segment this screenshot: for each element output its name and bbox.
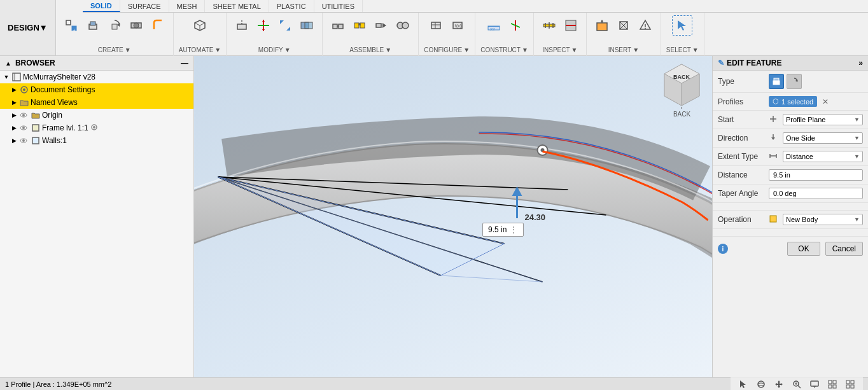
direction-icon (769, 133, 778, 144)
ok-button[interactable]: OK (787, 242, 820, 256)
nav-grid[interactable] (825, 377, 840, 391)
eye-origin[interactable] (19, 111, 28, 120)
expand-frame[interactable]: ▶ (10, 124, 18, 132)
construct-icon-2[interactable] (505, 15, 526, 36)
tab-sheet-metal[interactable]: SHEET METAL (205, 0, 269, 12)
expand-doc[interactable]: ▶ (10, 86, 18, 94)
drive-icon[interactable] (371, 15, 391, 36)
configure-icons: f(x) (426, 15, 468, 36)
nav-display[interactable] (807, 377, 822, 391)
section-analysis-icon[interactable] (561, 15, 581, 36)
edit-row-operation: Operation New Body ▼ (713, 211, 868, 229)
frame-label: Frame lvl. 1:1 (42, 123, 88, 132)
fillet-icon[interactable] (148, 15, 168, 36)
create-label[interactable]: CREATE ▼ (98, 46, 131, 53)
tab-solid[interactable]: SOLID (83, 0, 120, 12)
browser-panel: ▲ BROWSER — ▼ McMurrayShelter v28 ▶ Docu… (0, 56, 194, 377)
insert-icon-1[interactable] (592, 15, 612, 36)
joint-icon[interactable] (328, 15, 348, 36)
press-pull-icon[interactable] (232, 15, 252, 36)
extrude-icon[interactable] (83, 15, 103, 36)
edit-row-distance: Distance (713, 166, 868, 185)
expand-named-views[interactable]: ▶ (10, 99, 18, 106)
svg-text:XY: XY (490, 27, 495, 31)
profiles-badge[interactable]: ⬡ 1 selected (769, 96, 817, 107)
svg-marker-93 (771, 137, 775, 140)
configure-icon-1[interactable] (426, 15, 446, 36)
dim-options[interactable]: ⋮ (509, 225, 518, 235)
tab-surface[interactable]: SURFACE (120, 0, 169, 12)
nav-more[interactable] (843, 377, 858, 391)
construct-icon-1[interactable]: XY (484, 15, 504, 36)
svg-rect-108 (833, 380, 836, 384)
nav-zoom[interactable] (789, 377, 804, 391)
motion-link-icon[interactable] (349, 15, 370, 36)
tab-utilities[interactable]: UTILITIES (314, 0, 363, 12)
select-icon-1[interactable] (672, 15, 692, 36)
new-component-icon[interactable]: + (61, 15, 81, 36)
body-icon (31, 123, 41, 133)
eye-walls[interactable] (19, 136, 28, 145)
insert-icon-3[interactable] (635, 15, 655, 36)
direction-value: One Side (786, 134, 815, 142)
inspect-label[interactable]: INSPECT ▼ (542, 46, 577, 53)
start-icon (769, 115, 778, 125)
design-label: DESIGN (8, 23, 39, 32)
expand-origin[interactable]: ▶ (10, 111, 18, 119)
insert-icon-2[interactable] (613, 15, 634, 36)
design-arrow: ▼ (39, 23, 48, 32)
configure-label[interactable]: CONFIGURE ▼ (424, 46, 470, 53)
combine-icon[interactable] (297, 15, 317, 36)
move-icon[interactable] (253, 15, 274, 36)
insert-label[interactable]: INSERT ▼ (608, 46, 639, 53)
browser-item-frame[interactable]: ▶ Frame lvl. 1:1 (0, 122, 193, 134)
measure-icon[interactable] (539, 15, 559, 36)
nav-orbit[interactable] (753, 377, 769, 391)
browser-close[interactable]: — (181, 59, 188, 67)
svg-point-80 (22, 127, 25, 129)
cancel-button[interactable]: Cancel (825, 242, 863, 256)
start-dropdown[interactable]: Profile Plane ▼ (783, 114, 863, 125)
scale-icon[interactable] (275, 15, 295, 36)
nav-cursor[interactable] (736, 377, 751, 391)
browser-item-named-views[interactable]: ▶ Named Views (0, 96, 193, 109)
browser-item-walls[interactable]: ▶ Walls:1 (0, 134, 193, 147)
automate-icon-1[interactable] (190, 15, 210, 36)
tab-plastic[interactable]: PLASTIC (269, 0, 314, 12)
svg-marker-26 (382, 23, 386, 28)
edit-expand[interactable]: » (858, 59, 863, 67)
extent-type-dropdown[interactable]: Distance ▼ (783, 151, 863, 162)
design-button[interactable]: DESIGN ▼ (0, 0, 56, 55)
contact-sets-icon[interactable] (393, 15, 413, 36)
svg-rect-86 (32, 137, 39, 144)
browser-item-doc-settings[interactable]: ▶ Document Settings (0, 83, 193, 96)
toolbar-tabs: SOLID SURFACE MESH SHEET METAL PLASTIC U… (83, 0, 868, 13)
nav-pan[interactable] (771, 377, 787, 391)
hole-icon[interactable] (126, 15, 146, 36)
type-extrude-icon[interactable] (769, 74, 784, 89)
profiles-clear[interactable]: ✕ (822, 97, 829, 106)
automate-label[interactable]: AUTOMATE ▼ (179, 46, 221, 53)
revolve-icon[interactable] (104, 15, 125, 36)
taper-input[interactable] (769, 188, 863, 199)
distance-input[interactable] (769, 169, 863, 181)
type-revolve-icon[interactable] (787, 74, 802, 89)
select-label[interactable]: SELECT ▼ (666, 46, 699, 53)
configure-icon-2[interactable]: f(x) (447, 15, 468, 36)
svg-marker-14 (262, 20, 265, 22)
eye-frame[interactable] (19, 123, 28, 132)
tab-mesh[interactable]: MESH (169, 0, 206, 12)
browser-item-origin[interactable]: ▶ Origin (0, 109, 193, 122)
svg-point-8 (134, 23, 139, 28)
viewcube[interactable]: BACK BACK (658, 61, 706, 109)
expand-walls[interactable]: ▶ (10, 137, 18, 144)
expand-root[interactable]: ▼ (3, 73, 10, 81)
browser-item-root[interactable]: ▼ McMurrayShelter v28 (0, 71, 193, 83)
construct-label[interactable]: CONSTRUCT ▼ (480, 46, 528, 53)
direction-dropdown[interactable]: One Side ▼ (783, 132, 863, 144)
operation-dropdown[interactable]: New Body ▼ (783, 214, 863, 225)
browser-collapse-arrow[interactable]: ▲ (5, 60, 11, 67)
info-icon[interactable]: i (718, 244, 728, 254)
modify-label[interactable]: MODIFY ▼ (258, 46, 291, 53)
assemble-label[interactable]: ASSEMBLE ▼ (349, 46, 391, 53)
